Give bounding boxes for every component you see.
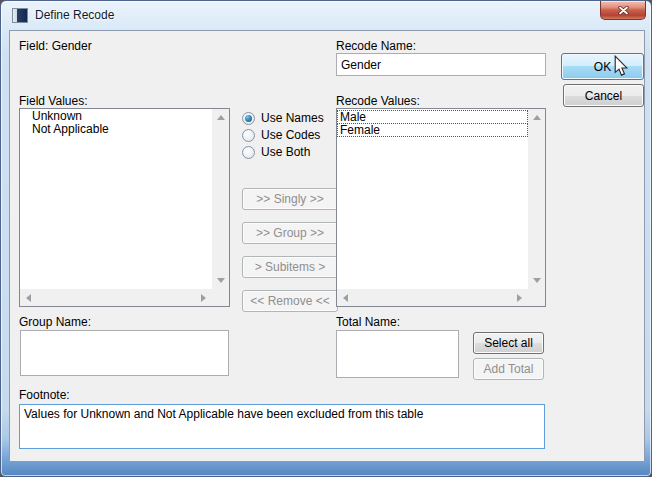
define-recode-dialog: Define Recode Field: Gender Recode Name:… [0,0,652,477]
screenshot: Define Recode Field: Gender Recode Name:… [0,0,652,477]
radio-use-names[interactable]: Use Names [242,111,324,125]
dialog-body: Field: Gender Recode Name: OK Cancel Fie… [9,30,645,462]
cancel-button[interactable]: Cancel [563,84,644,107]
ok-button[interactable]: OK [561,53,644,80]
titlebar[interactable]: Define Recode [1,1,651,30]
total-name-input[interactable] [336,330,459,378]
group-button[interactable]: >> Group >> [242,222,338,244]
list-item[interactable]: Male [337,110,528,124]
singly-button[interactable]: >> Singly >> [242,188,338,210]
footnote-input[interactable]: Values for Unknown and Not Applicable ha… [19,404,545,449]
recode-name-label: Recode Name: [336,39,416,53]
scrollbar-corner [212,289,229,306]
scroll-right-icon[interactable] [201,294,206,302]
field-values-label: Field Values: [19,94,87,108]
vertical-scrollbar[interactable] [212,109,229,289]
recode-values-listbox[interactable]: Male Female [336,108,546,307]
scroll-down-icon[interactable] [533,278,541,283]
radio-selected-icon [242,112,255,125]
radio-unselected-icon [242,146,255,159]
remove-button[interactable]: << Remove << [242,290,338,312]
horizontal-scrollbar[interactable] [20,289,212,306]
list-item[interactable]: Not Applicable [20,123,212,136]
scroll-up-icon[interactable] [217,115,225,120]
add-total-button[interactable]: Add Total [473,358,544,380]
horizontal-scrollbar[interactable] [337,289,528,306]
scrollbar-corner [528,289,545,306]
scroll-right-icon[interactable] [517,294,522,302]
field-values-listbox[interactable]: Unknown Not Applicable [19,108,230,307]
radio-unselected-icon [242,129,255,142]
list-item[interactable]: Female [337,123,528,137]
scroll-left-icon[interactable] [26,294,31,302]
recode-name-input[interactable] [336,53,546,76]
close-button[interactable] [600,1,646,20]
field-label: Field: Gender [19,39,92,53]
vertical-scrollbar[interactable] [528,109,545,289]
app-icon [12,8,28,23]
select-all-button[interactable]: Select all [473,332,544,354]
group-name-label: Group Name: [19,315,91,329]
scroll-left-icon[interactable] [343,294,348,302]
window-title: Define Recode [35,8,114,22]
radio-use-both[interactable]: Use Both [242,145,310,159]
close-icon [618,6,629,15]
recode-values-label: Recode Values: [336,94,420,108]
radio-use-codes[interactable]: Use Codes [242,128,320,142]
group-name-input[interactable] [20,330,229,376]
scroll-up-icon[interactable] [533,115,541,120]
footnote-label: Footnote: [19,388,70,402]
subitems-button[interactable]: > Subitems > [242,256,338,278]
total-name-label: Total Name: [336,315,400,329]
scroll-down-icon[interactable] [217,278,225,283]
